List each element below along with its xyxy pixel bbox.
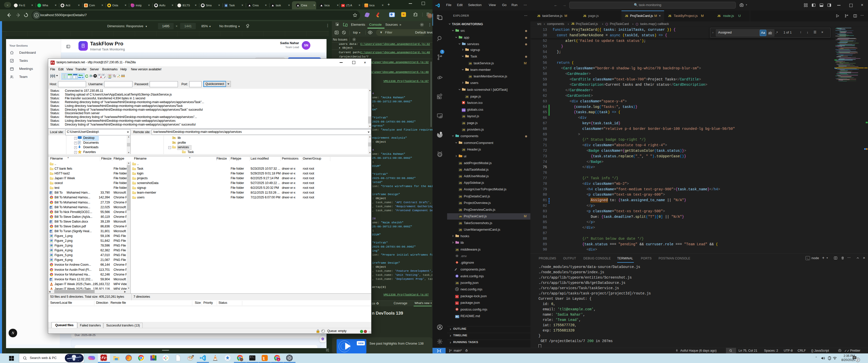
- svg-text:W: W: [50, 278, 52, 281]
- svg-text:W: W: [50, 221, 52, 223]
- svg-text:W: W: [50, 192, 52, 194]
- svg-text:S: S: [278, 359, 279, 361]
- svg-text:?: ?: [173, 141, 175, 144]
- svg-text:W: W: [50, 230, 52, 233]
- svg-text:C:\_: C:\_: [250, 356, 255, 358]
- svg-text:?: ?: [173, 137, 175, 139]
- svg-text:⌉⌊: ⌉⌊: [262, 357, 265, 360]
- svg-text:W: W: [50, 206, 52, 209]
- svg-text:N: N: [456, 288, 458, 290]
